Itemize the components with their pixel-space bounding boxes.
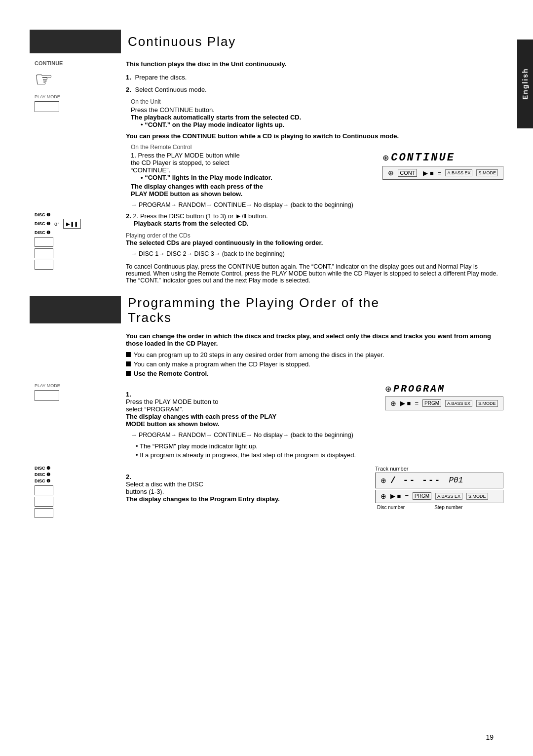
on-unit-label: On the Unit bbox=[131, 98, 503, 105]
remote-step1-row: 1. Press the PLAY MODE button while the … bbox=[131, 152, 503, 198]
disc-group-2: DISC ❸ DISC ❷ DISC ❶ bbox=[35, 466, 118, 483]
section2-content: You can change the order in which the di… bbox=[126, 332, 503, 510]
disc-box2-2 bbox=[35, 497, 53, 507]
prog-step2-row: 2. Select a disc with the DISC buttons (… bbox=[126, 466, 503, 510]
prog-step2-num: 2. bbox=[126, 473, 131, 480]
sq-icon-1 bbox=[126, 352, 131, 357]
display-icons-row: ⊕ CONTINUE bbox=[382, 152, 503, 164]
abass-tag: A.BASS EX bbox=[445, 169, 472, 176]
prog-step2-desc: Select a disc with the DISC buttons (1-3… bbox=[126, 480, 203, 495]
prog-step2-text: 2. Select a disc with the DISC buttons (… bbox=[126, 466, 365, 495]
step2-number: 2. bbox=[126, 86, 131, 93]
step2-text: Select Continuous mode. bbox=[135, 86, 206, 93]
disc-spin-icon-2: ⊕ bbox=[388, 169, 394, 177]
section2: Programming the Playing Order of the Tra… bbox=[30, 296, 503, 510]
step2: 2. Select Continuous mode. bbox=[126, 86, 503, 93]
display-unit-continue: ⊕ CONTINUE ⊕ CONT ▶ ■ = A.BASS EX S.MODE bbox=[382, 152, 503, 180]
playing-order-flow: → DISC 1→ DISC 2→ DISC 3→ (back to the b… bbox=[131, 250, 503, 257]
prog-step1-desc: Press the PLAY MODE button to select “PR… bbox=[126, 398, 218, 413]
prog-spin-icon-2: ⊕ bbox=[390, 399, 396, 407]
flow-arrow-1: → PROGRAM→ RANDOM→ CONTINUE→ No display→… bbox=[131, 201, 503, 208]
display-labels-bottom: Disc number Step number bbox=[377, 505, 503, 510]
section2-title2: Tracks bbox=[128, 310, 172, 325]
prog-eq-symbol: = bbox=[415, 399, 419, 407]
remote-step1-text: 1. Press the PLAY MODE button while the … bbox=[131, 152, 375, 174]
remote-step2-area: DISC ❸ DISC ❷ or ▶❚❚ DISC ❶ bbox=[126, 212, 503, 257]
track-display-box-2: ⊕ ▶ ■ = PRGM A.BASS EX S.MODE bbox=[375, 490, 503, 503]
disc1-label: DISC ❶ bbox=[35, 230, 50, 235]
can-press-bold: You can press the CONTINUE button while … bbox=[126, 132, 503, 140]
section2-title: Programming the Playing Order of the Tra… bbox=[121, 296, 380, 325]
prog-step1-bold: The display changes with each press of t… bbox=[126, 413, 375, 428]
disc1-label-2: DISC ❶ bbox=[35, 478, 50, 483]
on-unit-bullet1: “CONT.” on the Play mode indicator light… bbox=[141, 121, 503, 128]
sq-bullet-1: You can program up to 20 steps in any de… bbox=[126, 351, 503, 358]
disc-box-1 bbox=[35, 260, 53, 270]
on-unit-section: On the Unit Press the CONTINUE button. T… bbox=[131, 98, 503, 128]
prog-spin-icon-1: ⊕ bbox=[385, 384, 391, 394]
disc3-row: DISC ❸ bbox=[35, 212, 118, 217]
sq-bullet-2: You can only make a program when the CD … bbox=[126, 360, 503, 368]
english-tab: English bbox=[517, 40, 533, 128]
step1-number: 1. bbox=[126, 74, 131, 81]
program-icons-row: ⊕ PROGRAM bbox=[385, 383, 503, 395]
play-pause-btn: ▶❚❚ bbox=[63, 219, 81, 229]
section2-intro: You can change the order in which the di… bbox=[126, 332, 503, 347]
display-labels-top: Track number bbox=[375, 466, 503, 472]
on-unit-bold1: The playback automatically starts from t… bbox=[131, 114, 503, 121]
flow-arrow-2: → PROGRAM→ RANDOM→ CONTINUE→ No display→… bbox=[131, 432, 503, 438]
remote-label: On the Remote Control bbox=[131, 144, 503, 151]
section1-intro: This function plays the disc in the Unit… bbox=[126, 60, 503, 68]
prgm-tag-2: PRGM bbox=[413, 492, 431, 500]
play-mode-label-2: PLAY MODE bbox=[35, 383, 118, 388]
cancel-text: To cancel Continuous play, press the CON… bbox=[126, 263, 503, 284]
disc3-row-2: DISC ❸ bbox=[35, 466, 118, 471]
sq-bullet-1-text: You can program up to 20 steps in any de… bbox=[134, 351, 384, 358]
on-unit-bullet1-text: “CONT.” on the Play mode indicator light… bbox=[145, 121, 284, 128]
prog-step2-left: 2. Select a disc with the DISC buttons (… bbox=[126, 466, 365, 503]
disc2-label: DISC ❷ bbox=[35, 221, 50, 226]
disc2-row-2: DISC ❷ bbox=[35, 472, 118, 477]
sq-icon-3 bbox=[126, 371, 131, 376]
sq-bullet-2-text: You can only make a program when the CD … bbox=[134, 360, 310, 368]
program-display-area: ⊕ PROGRAM ⊕ ▶ ■ = PRGM A.BASS EX S.MODE bbox=[385, 383, 503, 410]
sq-bullet-3-text: Use the Remote Control. bbox=[134, 370, 209, 377]
disc-buttons-left: DISC ❸ DISC ❷ or ▶❚❚ DISC ❶ bbox=[35, 212, 118, 270]
prog-step1-left: 1. Press the PLAY MODE button to select … bbox=[126, 383, 375, 428]
track-play-symbol: ▶ ■ bbox=[390, 492, 401, 500]
remote-step1-left: 1. Press the PLAY MODE button while the … bbox=[131, 152, 375, 198]
track-display-box: ⊕ / -- --- P01 bbox=[375, 473, 503, 488]
program-display-text: PROGRAM bbox=[393, 383, 445, 395]
disc-box-2 bbox=[35, 248, 53, 258]
disc-boxes-2 bbox=[35, 485, 118, 518]
prog-abass-tag: A.BASS EX bbox=[445, 400, 472, 407]
remote-section: On the Remote Control 1. Press the PLAY … bbox=[131, 144, 503, 198]
prog-bullet-1-text: The “PRGM” play mode indicator light up. bbox=[140, 442, 258, 450]
playing-order-label: Playing order of the CDs bbox=[126, 232, 503, 239]
track-label: Track number bbox=[375, 466, 408, 472]
remote-bullet1-text: “CONT.” lights in the Play mode indicato… bbox=[145, 174, 272, 181]
sq-icon-2 bbox=[126, 361, 131, 366]
page-container: English Continuous Play CONTINUE ☞ PLAY … bbox=[0, 0, 533, 756]
sq-bullet-3: Use the Remote Control. bbox=[126, 370, 503, 377]
prog-step1-row: 1. Press the PLAY MODE button to select … bbox=[126, 383, 503, 428]
left-controls-1: CONTINUE ☞ PLAY MODE bbox=[35, 60, 118, 114]
prog-step1-num: 1. bbox=[126, 391, 131, 398]
prog-bullet-1: The “PRGM” play mode indicator light up. bbox=[136, 442, 503, 450]
track-abass-tag: A.BASS EX bbox=[435, 493, 462, 500]
disc-num-label: Disc number bbox=[377, 505, 405, 510]
track-display-area: Track number ⊕ / -- --- P01 ⊕ ▶ ■ = PRGM bbox=[375, 466, 503, 510]
play-mode-left-2: PLAY MODE bbox=[35, 383, 118, 403]
prog-smode-tag: S.MODE bbox=[476, 400, 498, 407]
disc-buttons-left-2: DISC ❸ DISC ❷ DISC ❶ bbox=[35, 466, 118, 518]
on-unit-line1: Press the CONTINUE button. bbox=[131, 106, 503, 114]
continue-label: CONTINUE bbox=[35, 60, 118, 66]
display-box: ⊕ CONT ▶ ■ = A.BASS EX S.MODE bbox=[382, 166, 503, 180]
smode-tag: S.MODE bbox=[476, 169, 498, 176]
prog-play-symbol: ▶ ■ bbox=[400, 399, 411, 407]
track-eq-symbol: = bbox=[405, 492, 409, 500]
play-mode-btn bbox=[35, 101, 59, 112]
disc3-label-2: DISC ❸ bbox=[35, 466, 50, 471]
prog-bullet-2-text: If a program is already in progress, the… bbox=[140, 451, 356, 459]
english-tab-label: English bbox=[521, 68, 529, 100]
